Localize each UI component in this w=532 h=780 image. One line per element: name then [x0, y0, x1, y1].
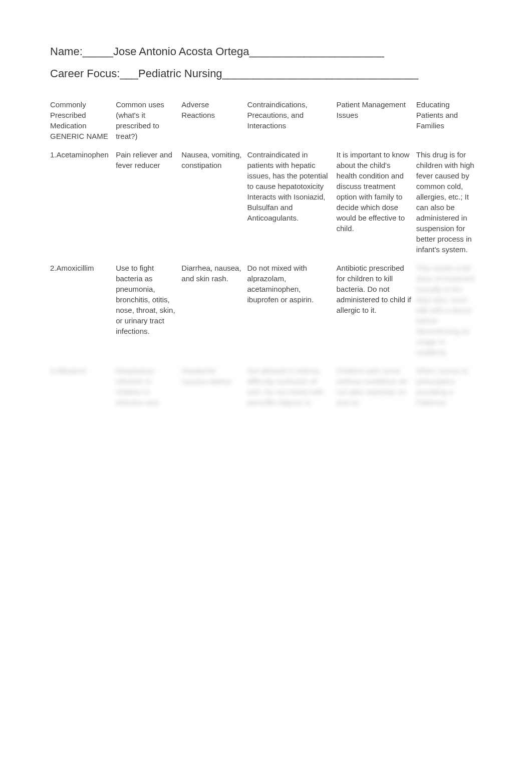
table-cell: Do not mixed with alprazolam, acetaminop…	[247, 259, 337, 361]
name-line: Name:_____Jose Antonio Acosta Ortega____…	[50, 45, 482, 58]
name-trailing-underline: ______________________	[249, 45, 384, 58]
table-cell: This needs a full dose of treatment (usu…	[416, 259, 482, 361]
name-value: Jose Antonio Acosta Ortega	[113, 45, 249, 58]
career-label: Career Focus:___	[50, 67, 138, 80]
col-header-generic-name: Commonly Prescribed Medication GENERIC N…	[50, 95, 116, 145]
table-cell: Children with some asthma conditions do …	[337, 361, 416, 412]
medication-table: Commonly Prescribed Medication GENERIC N…	[50, 95, 482, 412]
name-label: Name:_____	[50, 45, 113, 58]
table-cell: 3.Albuterol	[50, 361, 116, 412]
col-header-patient-management: Patient Management Issues	[337, 95, 416, 145]
table-row: 3.AlbuterolRespiratory infection in chil…	[50, 361, 482, 412]
table-row: 2.AmoxicillimUse to fight bacteria as pn…	[50, 259, 482, 361]
career-line: Career Focus:___Pediatric Nursing_______…	[50, 67, 482, 80]
table-cell: This drug is for children with high feve…	[416, 145, 482, 259]
col-header-common-uses: Common uses (what's it prescribed to tre…	[116, 95, 181, 145]
table-cell: Headache nausea edema	[181, 361, 247, 412]
table-cell: Contraindicated in patients with hepatic…	[247, 145, 337, 259]
table-cell: Nausea, vomiting, constipation	[181, 145, 247, 259]
table-cell: Pain reliever and fever reducer	[116, 145, 181, 259]
career-value: Pediatric Nursing	[138, 67, 222, 80]
table-cell: 1.Acetaminophen	[50, 145, 116, 259]
col-header-contraindications: Contraindications, Precautions, and Inte…	[247, 95, 337, 145]
col-header-adverse-reactions: Adverse Reactions	[181, 95, 247, 145]
table-cell: 2.Amoxicillim	[50, 259, 116, 361]
table-cell: Not allowed in edema difficulty confusio…	[247, 361, 337, 412]
table-row: 1.AcetaminophenPain reliever and fever r…	[50, 145, 482, 259]
career-trailing-underline: ________________________________	[222, 67, 419, 80]
table-cell: Use to fight bacteria as pneumonia, bron…	[116, 259, 181, 361]
col-header-educating: Educating Patients and Families	[416, 95, 482, 145]
table-cell: Respiratory infection in children is inf…	[116, 361, 181, 412]
table-header-row: Commonly Prescribed Medication GENERIC N…	[50, 95, 482, 145]
table-cell: It is important to know about the child'…	[337, 145, 416, 259]
table-body: 1.AcetaminophenPain reliever and fever r…	[50, 145, 482, 412]
table-cell: When comes to prescription providing a P…	[416, 361, 482, 412]
table-cell: Antibiotic prescribed for children to ki…	[337, 259, 416, 361]
table-cell: Diarrhea, nausea, and skin rash.	[181, 259, 247, 361]
